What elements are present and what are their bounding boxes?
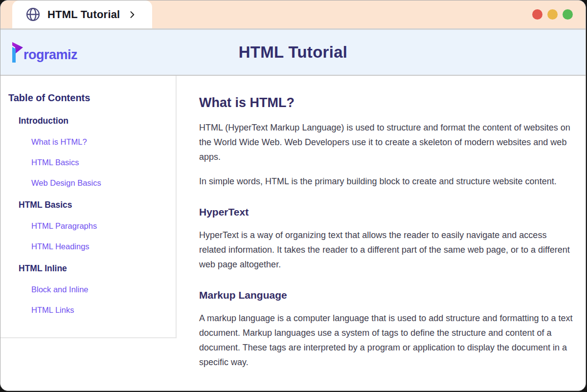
browser-tab[interactable]: HTML Tutorial [12,0,152,28]
toc-link-html-links[interactable]: HTML Links [31,305,169,315]
toc-section-html-inline: HTML Inline [19,263,169,274]
browser-window: HTML Tutorial [0,0,586,391]
toc-link-html-paragraphs[interactable]: HTML Paragraphs [31,221,169,231]
article-paragraph: HTML (HyperText Markup Language) is used… [199,120,576,164]
window-controls [532,0,573,28]
close-window-button[interactable] [532,9,542,20]
toc-title: Table of Contents [8,92,169,104]
toc-link-web-design-basics[interactable]: Web Design Basics [31,178,169,188]
subsection-heading-hypertext: HyperText [199,206,576,218]
article-paragraph: HyperText is a way of organizing text th… [199,228,576,272]
tab-title: HTML Tutorial [47,8,120,21]
subsection-heading-markup-language: Markup Language [199,289,576,301]
maximize-window-button[interactable] [563,9,573,20]
globe-icon [25,6,41,22]
article-paragraph: A markup language is a computer language… [199,311,576,370]
programiz-logo-icon [10,42,24,63]
page-title: HTML Tutorial [239,43,348,62]
table-of-contents: Table of Contents Introduction What is H… [0,76,177,338]
page-header: rogramiz HTML Tutorial [0,30,586,76]
minimize-window-button[interactable] [547,9,558,20]
content-area: Table of Contents Introduction What is H… [0,76,586,391]
programiz-logo-text: rogramiz [23,48,77,63]
tab-bar: HTML Tutorial [0,0,586,28]
toc-section-introduction: Introduction [19,116,169,126]
chevron-right-icon[interactable] [127,10,137,20]
article-paragraph: In simple words, HTML is the primary bui… [199,174,576,189]
toc-link-what-is-html[interactable]: What is HTML? [31,137,169,147]
toc-link-html-basics[interactable]: HTML Basics [31,158,169,167]
article-heading: What is HTML? [199,95,576,110]
toc-link-html-headings[interactable]: HTML Headings [31,242,169,251]
toc-section-html-basics: HTML Basics [19,200,169,210]
toc-link-block-and-inline[interactable]: Block and Inline [31,285,169,294]
article: What is HTML? HTML (HyperText Markup Lan… [177,76,586,373]
programiz-logo[interactable]: rogramiz [10,42,77,63]
